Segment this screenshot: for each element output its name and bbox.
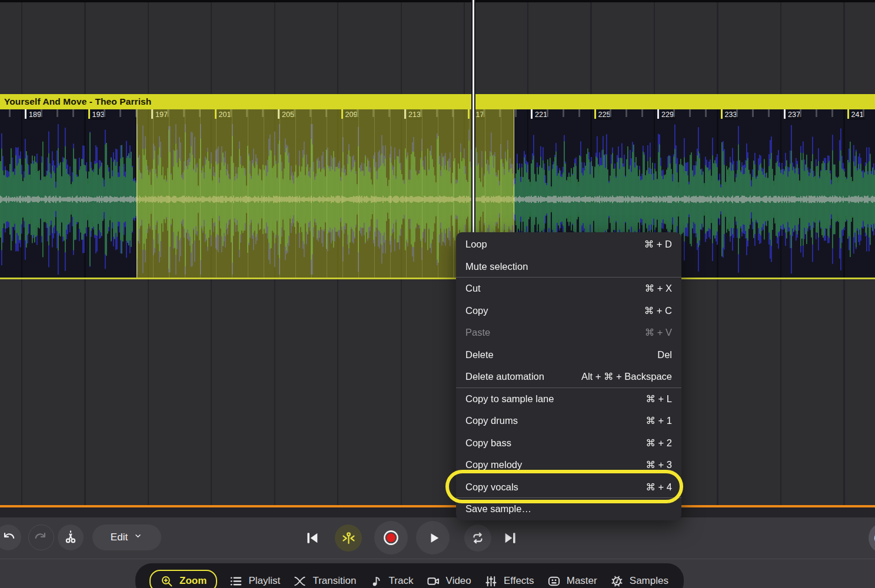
menu-item-label: Copy <box>465 305 488 316</box>
tab-master[interactable]: Master <box>546 570 598 588</box>
ruler-tick-minor <box>831 109 833 117</box>
undo-icon <box>1 530 16 545</box>
ruler-tick-minor <box>563 109 564 117</box>
menu-item-shortcut: ⌘ + 4 <box>646 482 672 493</box>
ruler-tick-minor <box>515 109 517 117</box>
tab-label: Video <box>446 575 471 587</box>
master-face-icon <box>547 574 561 588</box>
tab-label: Effects <box>504 575 534 587</box>
record-button[interactable] <box>374 521 408 554</box>
playhead-marker-button[interactable] <box>335 524 362 552</box>
menu-item-copy-to-sample-lane[interactable]: Copy to sample lane⌘ + L <box>456 388 681 410</box>
tab-label: Zoom <box>179 575 207 587</box>
redo-button[interactable] <box>28 524 54 550</box>
skip-to-start-button[interactable] <box>301 527 322 549</box>
ruler-tick-minor <box>689 109 691 117</box>
menu-item-label: Loop <box>465 239 487 250</box>
menu-item-copy-drums[interactable]: Copy drums⌘ + 1 <box>456 410 681 432</box>
menu-item-delete[interactable]: DeleteDel <box>456 344 681 366</box>
menu-item-shortcut: ⌘ + C <box>644 305 672 316</box>
tab-track[interactable]: Track <box>368 570 415 588</box>
play-button[interactable] <box>416 521 450 554</box>
ruler-tick-minor <box>863 109 864 117</box>
tab-transition[interactable]: Transition <box>292 570 357 588</box>
ruler-tick-minor <box>119 109 121 117</box>
playlist-grid-bottom[interactable]: Heal Yourself And Move vocals 159131721 <box>0 279 875 505</box>
ruler-tick-minor <box>56 109 58 117</box>
chevron-down-icon <box>133 531 143 544</box>
effects-sliders-icon <box>484 574 498 588</box>
tab-zoom[interactable]: Zoom <box>149 570 217 588</box>
context-menu: Loop⌘ + DMute selectionCut⌘ + XCopy⌘ + C… <box>456 232 681 520</box>
main-track-area[interactable]: 1891931972012052092132172212252292332372… <box>0 109 875 278</box>
menu-item-cut[interactable]: Cut⌘ + X <box>456 278 681 300</box>
tab-samples[interactable]: Samples <box>609 570 670 588</box>
menu-item-label: Save sample… <box>465 503 531 514</box>
ruler-tick-minor <box>610 109 611 117</box>
track-note-icon <box>370 574 383 588</box>
menu-item-copy[interactable]: Copy⌘ + C <box>456 300 681 322</box>
repeat-button[interactable] <box>464 524 491 552</box>
ruler-tick-minor <box>752 109 754 117</box>
menu-item-label: Copy melody <box>465 459 522 470</box>
edit-dropdown-button[interactable]: Edit <box>92 524 161 550</box>
tab-effects[interactable]: Effects <box>483 570 535 588</box>
ruler-tick-minor <box>9 109 11 117</box>
scissors-icon <box>63 530 78 545</box>
video-camera-icon <box>427 574 440 588</box>
menu-item-save-sample[interactable]: Save sample… <box>456 498 681 520</box>
partial-right-button[interactable]: 6 <box>869 522 875 554</box>
zoom-magnifier-icon <box>160 574 174 588</box>
skip-to-end-button[interactable] <box>500 527 521 549</box>
chevron-down-icon <box>133 531 143 541</box>
menu-item-label: Delete <box>465 349 494 360</box>
menu-item-delete-automation[interactable]: Delete automationAlt + ⌘ + Backspace <box>456 366 681 388</box>
main-track-header[interactable]: Yourself And Move - Theo Parrish <box>0 94 875 109</box>
ruler-tick-minor <box>816 109 817 117</box>
menu-item-label: Paste <box>465 327 490 338</box>
playlist-grid-top[interactable] <box>0 2 875 94</box>
menu-item-copy-vocals[interactable]: Copy vocals⌘ + 4 <box>456 476 681 499</box>
menu-item-shortcut: ⌘ + X <box>645 283 672 294</box>
tab-playlist[interactable]: Playlist <box>228 570 281 588</box>
menu-item-shortcut: ⌘ + D <box>644 239 672 250</box>
ruler-tick-minor <box>673 109 675 117</box>
menu-item-shortcut: ⌘ + L <box>646 393 672 405</box>
menu-item-shortcut: Alt + ⌘ + Backspace <box>581 371 672 382</box>
menu-item-loop[interactable]: Loop⌘ + D <box>456 233 681 256</box>
ruler-tick-major <box>847 109 849 119</box>
ruler-tick-minor <box>547 109 548 117</box>
edit-dropdown-label: Edit <box>111 532 128 543</box>
menu-item-mute-selection[interactable]: Mute selection <box>456 256 681 278</box>
ruler-tick-minor <box>705 109 707 117</box>
ruler-tick-minor <box>626 109 627 117</box>
menu-item-shortcut: ⌘ + V <box>645 327 672 338</box>
skip-to-start-icon <box>304 530 320 546</box>
menu-item-copy-melody[interactable]: Copy melody⌘ + 3 <box>456 454 681 476</box>
ruler-tick-minor <box>41 109 42 117</box>
daw-app: Yourself And Move - Theo Parrish 1891931… <box>0 0 875 588</box>
tab-label: Samples <box>630 575 668 587</box>
play-icon <box>424 529 442 547</box>
transition-icon <box>293 574 307 588</box>
ruler-tick-minor <box>800 109 801 117</box>
main-track-title: Yourself And Move - Theo Parrish <box>4 96 151 107</box>
menu-item-paste[interactable]: Paste⌘ + V <box>456 322 681 344</box>
ruler-tick-major <box>784 109 786 119</box>
tab-label: Transition <box>312 575 356 587</box>
menu-item-copy-bass[interactable]: Copy bass⌘ + 2 <box>456 432 681 455</box>
tab-label: Master <box>567 575 597 587</box>
ruler-tick-minor <box>578 109 580 117</box>
bottom-toolbar: Edit 6 ZoomPlaylistTransitionTrackVideoE… <box>0 517 875 588</box>
menu-item-label: Delete automation <box>465 371 544 382</box>
ruler-tick-major <box>657 109 659 119</box>
tab-video[interactable]: Video <box>425 570 473 588</box>
ruler-tick-minor <box>641 109 643 117</box>
timeline-splitter[interactable] <box>0 505 875 507</box>
ruler-tick-minor <box>72 109 74 117</box>
ruler-tick-minor <box>768 109 770 117</box>
ruler-tick-major <box>721 109 723 119</box>
undo-button[interactable] <box>0 524 21 550</box>
scissors-button[interactable] <box>58 524 84 550</box>
menu-item-shortcut: ⌘ + 2 <box>646 437 672 449</box>
